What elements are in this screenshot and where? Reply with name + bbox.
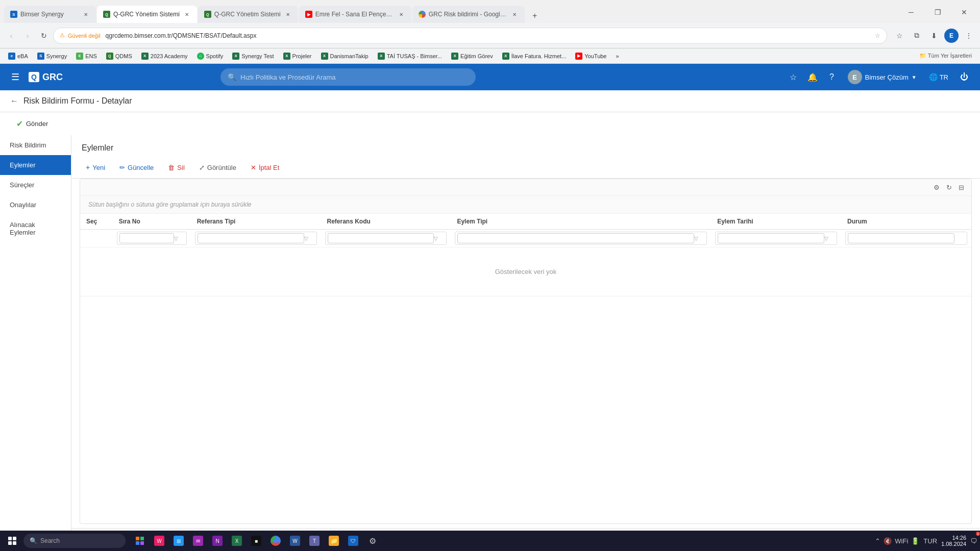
address-bar[interactable]: ⚠ Güvenli değil qgrcdemo.bimser.com.tr/Q… xyxy=(53,28,887,44)
filter-icon[interactable]: ▽ xyxy=(174,236,178,241)
taskbar-clock[interactable]: 14:26 1.08.2024 xyxy=(941,535,966,547)
filter-icon[interactable]: ▽ xyxy=(434,236,438,241)
bookmark-projeler[interactable]: X Projeler xyxy=(279,52,316,61)
profile-icon[interactable]: E xyxy=(944,29,959,43)
help-btn[interactable]: ? xyxy=(824,69,840,85)
grid-export-icon[interactable]: ⊟ xyxy=(955,181,967,193)
tab-qgrc-active[interactable]: Q Q-GRC Yönetim Sistemi ✕ xyxy=(97,6,197,23)
view-action-btn[interactable]: ⤢ Görüntüle xyxy=(193,161,242,174)
filter-cell-referans-tipi[interactable]: ▽ xyxy=(191,230,321,247)
filter-sira-no[interactable] xyxy=(119,233,174,243)
filter-cell-eylem-tipi[interactable]: ▽ xyxy=(451,230,711,247)
sidebar-item-risk-bildirim[interactable]: Risk Bildirim xyxy=(0,135,71,155)
all-bookmarks-btn[interactable]: 📁 Tüm Yer İşaretleri xyxy=(915,52,976,60)
col-eylem-tarihi[interactable]: Eylem Tarihi xyxy=(711,214,841,230)
forward-nav-btn[interactable]: › xyxy=(20,29,35,43)
tab-close-btn[interactable]: ✕ xyxy=(284,10,292,18)
taskbar-security-btn[interactable]: 🛡 xyxy=(344,532,362,550)
extensions-icon[interactable]: ⧉ xyxy=(910,29,924,43)
tab-close-btn[interactable]: ✕ xyxy=(183,10,191,18)
sidebar-item-alinacak-eylemler[interactable]: Alınacak Eylemler xyxy=(0,215,71,242)
tab-close-btn[interactable]: ✕ xyxy=(510,10,519,18)
tab-qgrc-2[interactable]: Q Q-GRC Yönetim Sistemi ✕ xyxy=(198,6,298,23)
col-referans-kodu[interactable]: Referans Kodu xyxy=(321,214,451,230)
taskbar-app3-btn[interactable]: ⊞ xyxy=(169,532,188,550)
tab-close-btn[interactable]: ✕ xyxy=(82,10,90,18)
lang-selector[interactable]: 🌐 TR xyxy=(925,71,952,83)
sidebar-item-onaycilar[interactable]: Onaylılar xyxy=(0,195,71,215)
filter-eylem-tarihi[interactable] xyxy=(718,233,824,243)
bookmark-qdms[interactable]: Q QDMS xyxy=(102,52,136,61)
search-input[interactable] xyxy=(240,73,469,81)
new-action-btn[interactable]: + Yeni xyxy=(80,161,111,174)
bookmark-synergy[interactable]: S Synergy xyxy=(33,52,71,61)
grid-settings-icon[interactable]: ⚙ xyxy=(930,181,943,193)
taskbar-winamp-btn[interactable]: W xyxy=(150,532,168,550)
col-durum[interactable]: Durum xyxy=(841,214,971,230)
taskbar-onenote-btn[interactable]: N xyxy=(208,532,227,550)
filter-cell-durum[interactable] xyxy=(841,230,971,247)
filter-icon[interactable]: ▽ xyxy=(694,236,698,241)
new-tab-btn[interactable]: + xyxy=(528,9,542,23)
taskbar-teams-btn[interactable]: T 1 xyxy=(305,532,324,550)
bookmark-academy[interactable]: X 2023 Academy xyxy=(137,52,192,61)
reload-btn[interactable]: ↻ xyxy=(37,29,51,43)
filter-referans-tipi[interactable] xyxy=(198,233,304,243)
col-referans-tipi[interactable]: Referans Tipi xyxy=(191,214,321,230)
taskbar-app7-btn[interactable]: ■ xyxy=(247,532,265,550)
bookmarks-more-btn[interactable]: » xyxy=(612,52,623,60)
taskbar-mute-icon[interactable]: 🔇 xyxy=(884,537,892,545)
start-button[interactable] xyxy=(3,532,21,550)
notification-icon[interactable]: 🗨 xyxy=(970,537,977,545)
filter-icon[interactable]: ▽ xyxy=(824,236,828,241)
bookmark-synergy-test[interactable]: X Synergy Test xyxy=(228,52,278,61)
taskbar-expand-icon[interactable]: ⌃ xyxy=(875,537,880,545)
taskbar-files-btn[interactable] xyxy=(131,532,149,550)
taskbar-excel-btn[interactable]: X xyxy=(228,532,246,550)
tab-youtube[interactable]: ▶ Emre Fel - Sana El Pençe Durm... ✕ xyxy=(299,6,411,23)
bookmark-ens[interactable]: E ENS xyxy=(72,52,101,61)
taskbar-chrome-btn[interactable] xyxy=(266,532,285,550)
taskbar-wifi-icon[interactable]: WiFi xyxy=(895,537,908,545)
download-icon[interactable]: ⬇ xyxy=(927,29,941,43)
back-button[interactable]: ← xyxy=(10,96,18,106)
star-icon[interactable]: ☆ xyxy=(875,32,880,39)
menu-icon[interactable]: ⋮ xyxy=(962,29,976,43)
delete-action-btn[interactable]: 🗑 Sil xyxy=(162,161,190,174)
filter-referans-kodu[interactable] xyxy=(328,233,434,243)
bookmark-danisman[interactable]: X DanismanTakip xyxy=(317,52,373,61)
bookmark-eba[interactable]: e eBA xyxy=(4,52,32,61)
cancel-action-btn[interactable]: ✕ İptal Et xyxy=(244,161,285,174)
col-sira-no[interactable]: Sıra No xyxy=(113,214,191,230)
user-menu-btn[interactable]: E Bimser Çözüm ▼ xyxy=(844,68,921,86)
send-button[interactable]: ✔ Gönder xyxy=(10,116,54,131)
bookmark-spotify[interactable]: ♫ Spotify xyxy=(193,52,228,61)
hamburger-menu-btn[interactable]: ☰ xyxy=(8,68,22,86)
notifications-btn[interactable]: 🔔 xyxy=(805,69,820,85)
filter-cell-referans-kodu[interactable]: ▽ xyxy=(321,230,451,247)
taskbar-files-btn2[interactable]: 📁 xyxy=(325,532,343,550)
bookmark-tai[interactable]: X TAİ TUSAŞ - Bimser... xyxy=(374,52,446,61)
taskbar-settings-btn[interactable]: ⚙ xyxy=(363,532,382,550)
col-eylem-tipi[interactable]: Eylem Tipi xyxy=(451,214,711,230)
bookmark-ilave[interactable]: X İlave Fatura. Hizmet... xyxy=(498,52,571,61)
tab-close-btn[interactable]: ✕ xyxy=(397,10,405,18)
restore-btn[interactable]: ❐ xyxy=(926,5,949,20)
tab-bimser-synergy[interactable]: S Bimser Synergy ✕ xyxy=(4,6,96,23)
grid-refresh-icon[interactable]: ↻ xyxy=(943,181,955,193)
bookmark-icon[interactable]: ☆ xyxy=(892,29,906,43)
close-btn[interactable]: ✕ xyxy=(952,5,976,20)
minimize-btn[interactable]: ─ xyxy=(899,5,923,20)
taskbar-mail-btn[interactable]: ✉ xyxy=(189,532,207,550)
filter-durum[interactable] xyxy=(848,233,954,243)
favorites-btn[interactable]: ☆ xyxy=(786,69,801,85)
filter-cell-eylem-tarihi[interactable]: ▽ xyxy=(711,230,841,247)
taskbar-search-bar[interactable]: 🔍 Search xyxy=(23,534,126,548)
bookmark-youtube[interactable]: ▶ YouTube xyxy=(571,52,610,61)
update-action-btn[interactable]: ✏ Güncelle xyxy=(113,161,160,174)
sidebar-item-eylemler[interactable]: Eylemler xyxy=(0,155,71,175)
filter-icon[interactable]: ▽ xyxy=(304,236,308,241)
taskbar-word-btn[interactable]: W xyxy=(286,532,304,550)
tab-google[interactable]: GRC Risk bildirimi - Google'da ... ✕ xyxy=(412,6,525,23)
back-nav-btn[interactable]: ‹ xyxy=(4,29,18,43)
